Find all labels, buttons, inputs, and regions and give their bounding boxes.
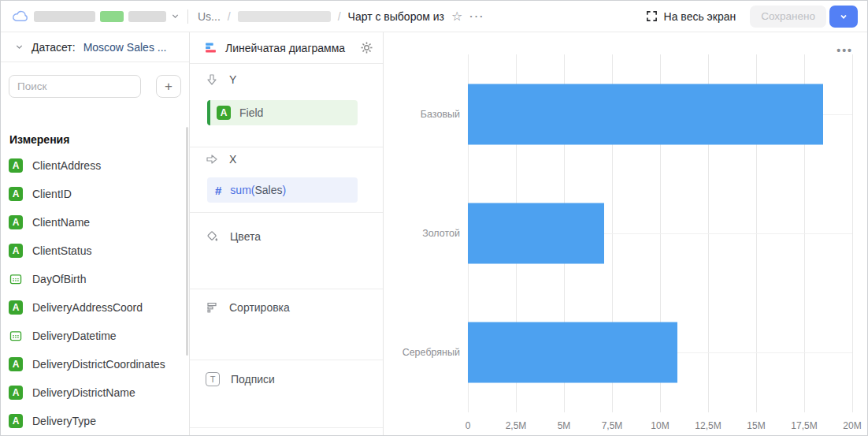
x-axis-tick-label: 5M: [558, 420, 571, 431]
category-label: Базовый: [421, 109, 460, 120]
favorite-star-icon[interactable]: ☆: [451, 10, 462, 23]
arrow-right-icon: [206, 153, 218, 166]
field-item[interactable]: AClientAddress: [1, 151, 186, 180]
gridline-vertical: [852, 54, 853, 412]
chevron-down-icon: [839, 12, 848, 21]
datalens-app: Us... / / Чарт с выбором из ☆ ··· На вес…: [0, 0, 868, 436]
x-axis-tick-label: 12,5M: [695, 420, 721, 431]
field-item[interactable]: DayOfBirth: [1, 265, 186, 293]
section-divider: [190, 427, 383, 428]
bar-Базовый[interactable]: [468, 84, 823, 144]
shelf-colors-label: Цвета: [230, 230, 261, 243]
x-field-formula: sum(Sales): [230, 183, 286, 197]
field-name: ClientName: [32, 216, 90, 229]
bar-Серебряный[interactable]: [468, 322, 677, 383]
field-item[interactable]: AClientName: [1, 208, 186, 237]
chevron-down-icon: [171, 12, 180, 20]
fullscreen-button[interactable]: На весь экран: [646, 10, 736, 23]
redacted-workspace-highlight: [100, 11, 124, 22]
string-field-icon: A: [9, 158, 23, 173]
x-axis-tick-label: 7,5M: [602, 420, 623, 431]
field-name: DeliveryDistrictCoordinates: [32, 358, 165, 371]
cloud-icon: [12, 10, 29, 22]
field-name: DeliveryType: [32, 415, 96, 427]
shelf-x-label: X: [229, 153, 236, 166]
chart-menu-icon[interactable]: •••: [836, 47, 853, 54]
value-axis: 02,5M5M7,5M10M12,5M15M17,5M20M: [468, 420, 852, 434]
shelf-sort[interactable]: Сортировка: [206, 301, 290, 314]
paint-bucket-icon: [206, 229, 219, 243]
category-axis: БазовыйЗолотойСеребряный: [384, 54, 460, 412]
chart-plot: [468, 54, 852, 412]
bar-Золотой[interactable]: [468, 203, 604, 264]
dataset-selector[interactable]: Датасет: Moscow Sales ...: [1, 32, 189, 62]
breadcrumb: Us... / / Чарт с выбором из ☆ ···: [198, 10, 484, 23]
y-field-chip[interactable]: A Field: [207, 100, 358, 125]
string-field-icon: A: [9, 357, 23, 371]
shelf-colors[interactable]: Цвета: [206, 229, 261, 243]
fields-list: AClientAddressAClientIDAClientNameAClien…: [1, 123, 186, 436]
string-field-icon: A: [9, 244, 23, 258]
field-item[interactable]: ADeliveryDistrictName: [1, 378, 186, 407]
x-field-chip[interactable]: # sum(Sales): [207, 177, 358, 203]
category-label: Серебряный: [402, 347, 460, 358]
date-field-icon: [9, 272, 23, 286]
saved-button[interactable]: Сохранено: [750, 6, 826, 28]
search-input[interactable]: [9, 75, 141, 98]
x-axis-tick-label: 10M: [651, 420, 669, 431]
x-axis-tick-label: 15M: [747, 420, 765, 431]
field-item[interactable]: ADeliveryDistrictCoordinates: [1, 350, 186, 378]
sort-icon: [206, 301, 218, 314]
field-name: ClientID: [32, 188, 72, 200]
field-name: ClientAddress: [32, 159, 101, 172]
date-field-icon: [9, 329, 23, 343]
section-divider: [190, 212, 383, 213]
string-field-icon: A: [9, 215, 23, 229]
section-divider: [190, 147, 383, 147]
x-axis-tick-label: 17,5M: [791, 420, 817, 431]
category-label: Золотой: [422, 228, 460, 239]
breadcrumb-more-icon[interactable]: ···: [469, 10, 484, 22]
save-menu-button[interactable]: [829, 6, 858, 28]
field-name: DeliveryAddressCoord: [32, 301, 143, 314]
field-item[interactable]: AClientID: [1, 180, 186, 208]
dataset-name[interactable]: Moscow Sales ...: [83, 41, 167, 54]
field-name: DeliveryDatetime: [32, 330, 117, 342]
x-axis-tick-label: 2,5M: [506, 420, 527, 431]
sidebar-scrollbar[interactable]: [186, 127, 188, 356]
workspace-selector[interactable]: [12, 10, 180, 22]
field-name: DeliveryDistrictName: [32, 386, 135, 399]
field-name: DayOfBirth: [32, 273, 86, 285]
x-axis-tick-label: 20M: [843, 420, 861, 431]
dataset-panel: Датасет: Moscow Sales ... + Измерения AC…: [1, 32, 190, 435]
shelf-x: X: [206, 153, 236, 166]
breadcrumb-slash: /: [228, 10, 231, 23]
redacted-breadcrumb-item[interactable]: [238, 11, 331, 22]
shelf-y: Y: [206, 73, 236, 86]
fullscreen-icon: [646, 10, 658, 22]
chart-type-select[interactable]: Линейчатая диаграмма: [225, 42, 352, 54]
section-divider: [190, 289, 383, 289]
shelf-y-label: Y: [229, 73, 236, 86]
breadcrumb-chart-name: Чарт с выбором из: [348, 10, 444, 23]
shelf-labels-label: Подписи: [231, 373, 275, 386]
breadcrumb-root[interactable]: Us...: [198, 10, 221, 23]
gear-icon[interactable]: [360, 41, 373, 54]
field-item[interactable]: ADeliveryType: [1, 407, 186, 435]
field-name: ClientStatus: [32, 244, 91, 257]
y-field-name: Field: [239, 106, 263, 119]
section-divider: [190, 360, 383, 360]
shelf-labels[interactable]: T Подписи: [206, 372, 275, 386]
shelf-sort-label: Сортировка: [229, 301, 290, 314]
string-field-icon: A: [9, 300, 23, 315]
field-search-row: +: [9, 75, 181, 98]
field-item[interactable]: AClientStatus: [1, 237, 186, 265]
redacted-workspace-name: [34, 11, 95, 22]
field-item[interactable]: ADeliveryAddressCoord: [1, 293, 186, 322]
field-item[interactable]: DeliveryDatetime: [1, 322, 186, 350]
add-field-button[interactable]: +: [156, 75, 181, 98]
number-field-icon: #: [215, 184, 221, 197]
string-field-icon: A: [9, 187, 23, 201]
topbar-actions: На весь экран Сохранено: [646, 6, 858, 28]
top-bar: Us... / / Чарт с выбором из ☆ ··· На вес…: [1, 1, 867, 32]
